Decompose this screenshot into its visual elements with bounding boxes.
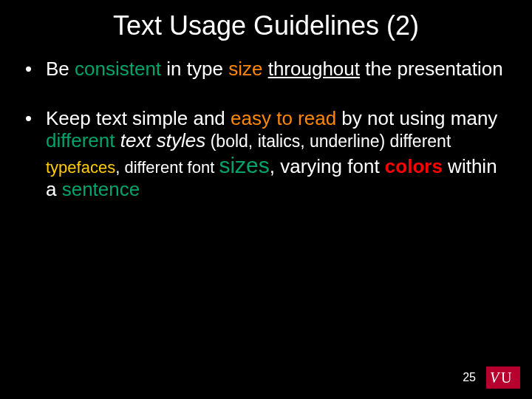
text-span: by not using many <box>336 107 497 129</box>
highlight-sentence: sentence <box>62 178 140 200</box>
bullet-marker: • <box>22 107 46 201</box>
highlight-size: size <box>228 58 262 80</box>
highlight-sizes: sizes <box>219 153 269 177</box>
text-span: Be <box>46 58 75 80</box>
bullet-item: • Be consistent in type size throughout … <box>22 58 510 81</box>
highlight-different: different <box>46 129 115 151</box>
bullet-text: Be consistent in type size throughout th… <box>46 58 510 81</box>
text-span <box>262 58 267 80</box>
highlight-consistent: consistent <box>75 58 161 80</box>
bullet-list: • Be consistent in type size throughout … <box>0 58 532 201</box>
highlight-typefaces: typefaces <box>46 158 115 177</box>
footer: 25 V U <box>463 366 520 389</box>
page-number: 25 <box>463 371 476 384</box>
slide-title: Text Usage Guidelines (2) <box>0 0 532 58</box>
vu-logo: V U <box>486 366 520 389</box>
text-span: the presentation <box>360 58 503 80</box>
text-span: , varying font <box>270 155 385 177</box>
svg-text:V: V <box>490 369 501 386</box>
highlight-text-styles: text styles <box>120 129 206 151</box>
text-span: in type <box>161 58 228 80</box>
text-span <box>115 129 120 151</box>
bullet-marker: • <box>22 58 46 81</box>
svg-text:U: U <box>501 369 512 386</box>
bullet-item: • Keep text simple and easy to read by n… <box>22 107 510 201</box>
highlight-colors: colors <box>385 155 443 177</box>
text-span: (bold, italics, underline) different <box>205 132 451 151</box>
text-span: Keep text simple and <box>46 107 231 129</box>
highlight-easy: easy to read <box>231 107 336 129</box>
text-span: , different font <box>115 158 219 177</box>
highlight-throughout: throughout <box>268 58 360 80</box>
bullet-text: Keep text simple and easy to read by not… <box>46 107 510 201</box>
